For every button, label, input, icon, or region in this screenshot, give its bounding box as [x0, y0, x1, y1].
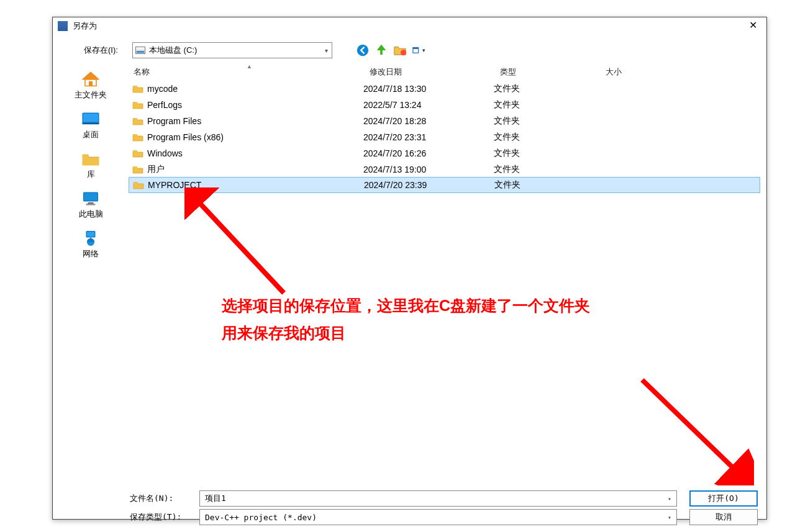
header-type[interactable]: 类型 — [495, 66, 601, 78]
filetype-select[interactable]: Dev-C++ project (*.dev) ▾ — [199, 509, 677, 525]
file-name: 用户 — [147, 164, 165, 175]
sort-indicator-icon: ▲ — [247, 63, 252, 70]
column-headers: ▲ 名称 修改日期 类型 大小 — [129, 63, 760, 81]
svg-rect-21 — [133, 134, 137, 136]
svg-rect-3 — [413, 47, 419, 49]
location-combo[interactable]: 本地磁盘 (C:) ▾ — [132, 42, 332, 58]
up-level-icon[interactable] — [375, 43, 388, 57]
places-sidebar: 主文件夹 桌面 库 此电脑 — [53, 63, 129, 485]
file-list-pane: ▲ 名称 修改日期 类型 大小 mycode2024/7/18 13:30文件夹… — [129, 63, 760, 485]
header-name-label: 名称 — [134, 67, 150, 76]
svg-rect-13 — [86, 204, 96, 205]
view-menu-icon[interactable]: ▾ — [412, 43, 425, 57]
folder-icon — [132, 133, 143, 142]
home-icon — [79, 70, 102, 89]
folder-icon — [132, 117, 143, 125]
chevron-down-icon: ▾ — [325, 47, 328, 54]
table-row[interactable]: Windows2024/7/20 16:26文件夹 — [129, 145, 760, 161]
file-type: 文件夹 — [494, 148, 599, 159]
sidebar-library[interactable]: 库 — [53, 145, 129, 185]
svg-point-0 — [357, 45, 368, 56]
desktop-icon — [79, 109, 102, 129]
sidebar-home[interactable]: 主文件夹 — [53, 66, 129, 106]
annotation-arrow-1 — [184, 187, 296, 299]
sidebar-item-label: 桌面 — [83, 129, 99, 140]
file-name: Program Files (x86) — [147, 132, 224, 142]
filename-label: 文件名(N): — [130, 493, 199, 504]
svg-rect-22 — [133, 150, 137, 152]
chevron-down-icon: ▾ — [668, 495, 671, 502]
annotation-text: 选择项目的保存位置，这里我在C盘新建了一个文件夹 用来保存我的项目 — [222, 292, 590, 346]
back-icon[interactable] — [356, 43, 370, 57]
table-row[interactable]: Program Files2024/7/20 18:28文件夹 — [129, 113, 760, 129]
sidebar-item-label: 库 — [87, 169, 95, 180]
file-date: 2024/7/20 16:26 — [363, 148, 494, 158]
file-type: 文件夹 — [494, 99, 599, 110]
folder-icon — [132, 165, 143, 174]
network-icon — [79, 228, 102, 248]
file-name: mycode — [147, 84, 178, 94]
svg-rect-18 — [133, 86, 137, 88]
title-bar: 另存为 ✕ — [53, 17, 766, 35]
svg-rect-20 — [133, 118, 137, 120]
sidebar-desktop[interactable]: 桌面 — [53, 106, 129, 145]
toolbar: 保存在(I): 本地磁盘 (C:) ▾ ▾ — [53, 35, 766, 63]
svg-rect-11 — [84, 193, 98, 201]
file-date: 2024/7/18 13:30 — [363, 84, 494, 94]
svg-rect-8 — [83, 123, 99, 124]
open-button[interactable]: 打开(O) — [689, 490, 758, 507]
file-date: 2024/7/20 23:39 — [364, 180, 494, 190]
save-as-dialog: 另存为 ✕ 保存在(I): 本地磁盘 (C:) ▾ ▾ — [52, 17, 767, 520]
save-in-label: 保存在(I): — [84, 45, 127, 56]
file-name: Windows — [147, 148, 183, 158]
folder-icon — [132, 149, 143, 158]
disk-icon — [135, 47, 145, 54]
table-row[interactable]: mycode2024/7/18 13:30文件夹 — [129, 81, 760, 97]
chevron-down-icon: ▾ — [668, 514, 671, 521]
sidebar-network[interactable]: 网络 — [53, 225, 129, 264]
svg-rect-15 — [87, 232, 94, 237]
library-icon — [79, 149, 102, 169]
footer: 文件名(N): 项目1 ▾ 打开(O) 保存类型(T): Dev-C++ pro… — [53, 485, 766, 532]
sidebar-this-pc[interactable]: 此电脑 — [53, 185, 129, 225]
svg-rect-19 — [133, 102, 137, 104]
header-name[interactable]: ▲ 名称 — [129, 66, 365, 78]
file-type: 文件夹 — [494, 164, 599, 175]
svg-rect-23 — [133, 166, 137, 168]
file-date: 2022/5/7 13:24 — [363, 100, 494, 110]
sidebar-item-label: 此电脑 — [79, 209, 103, 220]
table-row[interactable]: MYPROJECT2024/7/20 23:39文件夹 — [129, 177, 760, 193]
svg-line-25 — [194, 197, 284, 293]
file-date: 2024/7/20 18:28 — [363, 116, 494, 126]
svg-rect-24 — [134, 182, 138, 184]
svg-point-1 — [401, 50, 406, 55]
file-type: 文件夹 — [494, 115, 599, 127]
table-row[interactable]: 用户2024/7/13 19:00文件夹 — [129, 161, 760, 178]
file-date: 2024/7/20 23:31 — [363, 132, 494, 142]
close-button[interactable]: ✕ — [744, 19, 761, 33]
file-type: 文件夹 — [494, 83, 599, 94]
filetype-label: 保存类型(T): — [130, 512, 199, 523]
filename-input[interactable]: 项目1 ▾ — [199, 490, 677, 507]
table-row[interactable]: PerfLogs2022/5/7 13:24文件夹 — [129, 97, 760, 113]
sidebar-item-label: 网络 — [83, 248, 99, 259]
svg-rect-5 — [89, 81, 93, 86]
file-name: Program Files — [147, 116, 201, 126]
cancel-button[interactable]: 取消 — [689, 509, 758, 525]
table-row[interactable]: Program Files (x86)2024/7/20 23:31文件夹 — [129, 129, 760, 145]
annotation-arrow-2 — [630, 367, 754, 485]
svg-line-26 — [642, 380, 738, 473]
header-size[interactable]: 大小 — [601, 66, 669, 78]
new-folder-icon[interactable] — [393, 43, 407, 57]
folder-icon — [132, 101, 143, 109]
folder-icon — [133, 181, 144, 189]
header-date[interactable]: 修改日期 — [365, 66, 495, 78]
svg-rect-12 — [88, 202, 94, 204]
file-name: MYPROJECT — [148, 180, 201, 190]
file-type: 文件夹 — [494, 179, 600, 191]
file-type: 文件夹 — [494, 132, 599, 143]
app-icon — [58, 21, 68, 31]
sidebar-item-label: 主文件夹 — [75, 89, 107, 101]
title-text: 另存为 — [73, 20, 744, 32]
svg-rect-7 — [83, 114, 98, 122]
